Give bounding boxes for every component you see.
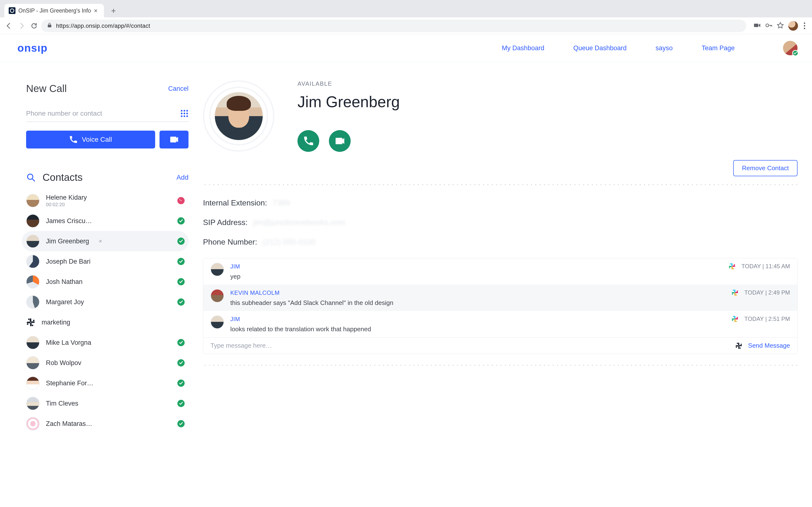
- contact-name: Jim Greenberg: [46, 237, 89, 245]
- message-sender: JIM: [230, 263, 722, 270]
- nav-team-page[interactable]: Team Page: [702, 44, 735, 52]
- message-time: TODAY | 2:49 PM: [744, 289, 790, 296]
- svg-point-26: [186, 115, 188, 117]
- presence-icon: [177, 197, 185, 204]
- contact-subtext: 00:02:20: [46, 202, 87, 207]
- message-row: JIM yep TODAY | 11:45 AM: [203, 258, 797, 285]
- remove-contact-button[interactable]: Remove Contact: [733, 160, 798, 176]
- svg-point-21: [181, 113, 183, 114]
- slack-icon: [731, 289, 739, 296]
- contact-avatar: [26, 234, 40, 248]
- profile-call-button[interactable]: [298, 130, 319, 152]
- contact-name: Joseph De Bari: [46, 258, 91, 265]
- new-tab-button[interactable]: +: [108, 5, 119, 16]
- contact-avatar: [26, 417, 40, 431]
- profile-avatar-ring: [203, 80, 274, 152]
- contact-avatar: [26, 275, 40, 288]
- video-icon: [335, 136, 345, 146]
- nav-sayso[interactable]: sayso: [656, 44, 673, 52]
- contact-row[interactable]: Mike La Vorgna: [26, 332, 189, 353]
- availability-label: AVAILABLE: [298, 80, 798, 87]
- contact-avatar: [26, 376, 40, 390]
- svg-point-27: [28, 174, 33, 179]
- new-call-title: New Call: [26, 83, 67, 95]
- contact-row[interactable]: Jim Greenberg ×: [22, 231, 189, 251]
- chrome-profile-avatar[interactable]: [788, 21, 798, 31]
- svg-point-24: [181, 115, 183, 117]
- browser-tab[interactable]: OnSIP - Jim Greenberg's Info ×: [4, 4, 104, 17]
- presence-badge: [792, 50, 799, 56]
- contact-name: Helene Kidary: [46, 194, 87, 201]
- message-avatar: [210, 289, 224, 302]
- contact-row[interactable]: Margaret Joy: [26, 292, 189, 312]
- browser-toolbar: https://app.onsip.com/app/#/contact: [0, 17, 812, 34]
- slack-icon: [728, 263, 735, 270]
- phone-icon: [69, 136, 77, 144]
- current-user-avatar[interactable]: [783, 41, 798, 55]
- presence-icon: [177, 278, 185, 285]
- contacts-title: Contacts: [43, 172, 83, 183]
- tab-favicon: [9, 7, 15, 14]
- presence-icon: [177, 380, 185, 387]
- voice-call-button[interactable]: Voice Call: [26, 131, 155, 149]
- message-text: yep: [230, 273, 722, 280]
- contact-row[interactable]: Zach Mataras…: [26, 413, 189, 434]
- contacts-search-icon[interactable]: [26, 173, 36, 182]
- svg-point-19: [184, 110, 185, 112]
- nav-back-button[interactable]: [3, 20, 14, 32]
- camera-icon[interactable]: [754, 22, 761, 30]
- voice-call-label: Voice Call: [82, 136, 112, 144]
- bookmark-star-icon[interactable]: [777, 22, 784, 30]
- video-call-button[interactable]: [159, 131, 189, 149]
- sip-address-row: SIP Address: jim@junctionnetworks.com: [203, 218, 798, 227]
- message-text: looks related to the translation work th…: [230, 326, 725, 333]
- presence-icon: [177, 217, 185, 225]
- send-message-button[interactable]: Send Message: [748, 342, 790, 349]
- nav-queue-dashboard[interactable]: Queue Dashboard: [573, 44, 627, 52]
- contact-name: Rob Wolpov: [46, 359, 82, 367]
- contact-avatar: [26, 255, 40, 268]
- phone-contact-input[interactable]: [26, 110, 156, 117]
- dialpad-icon[interactable]: [180, 109, 189, 118]
- close-icon[interactable]: ×: [99, 238, 102, 244]
- contact-row[interactable]: Tim Cleves: [26, 393, 189, 413]
- svg-point-18: [181, 110, 183, 112]
- contact-row[interactable]: marketing: [26, 312, 189, 332]
- message-time: TODAY | 11:45 AM: [742, 263, 790, 270]
- sip-address-value: jim@junctionnetworks.com: [253, 218, 345, 227]
- tab-close-icon[interactable]: ×: [94, 7, 98, 14]
- compose-input[interactable]: [210, 342, 729, 349]
- slack-icon: [26, 318, 35, 327]
- contact-avatar: [26, 295, 40, 309]
- slack-icon[interactable]: [735, 342, 743, 349]
- contact-list: Helene Kidary 00:02:20 James Criscu… Jim…: [26, 190, 189, 434]
- key-icon[interactable]: [765, 22, 772, 30]
- contact-row[interactable]: Stephanie For…: [26, 373, 189, 393]
- profile-video-button[interactable]: [329, 130, 351, 152]
- message-sender: KEVIN MALCOLM: [230, 289, 725, 296]
- message-avatar: [210, 263, 224, 276]
- profile-avatar: [215, 92, 263, 140]
- svg-point-20: [186, 110, 188, 112]
- brand-logo[interactable]: onsıp: [17, 42, 48, 54]
- nav-forward-button[interactable]: [16, 20, 27, 32]
- contact-avatar: [26, 214, 40, 228]
- contact-avatar: [26, 397, 40, 410]
- chrome-menu-icon[interactable]: [802, 21, 807, 31]
- svg-rect-16: [754, 24, 758, 27]
- contact-avatar: [26, 336, 40, 349]
- top-nav: My Dashboard Queue Dashboard sayso Team …: [502, 41, 798, 55]
- contact-row[interactable]: Joseph De Bari: [26, 251, 189, 272]
- contact-row[interactable]: Rob Wolpov: [26, 353, 189, 373]
- presence-icon: [177, 420, 185, 427]
- nav-my-dashboard[interactable]: My Dashboard: [502, 44, 545, 52]
- new-call-cancel[interactable]: Cancel: [168, 85, 189, 93]
- svg-point-22: [184, 113, 185, 114]
- address-bar[interactable]: https://app.onsip.com/app/#/contact: [41, 19, 746, 32]
- contact-row[interactable]: Helene Kidary 00:02:20: [26, 190, 189, 211]
- nav-reload-button[interactable]: [29, 20, 40, 32]
- contact-row[interactable]: James Criscu…: [26, 211, 189, 231]
- svg-point-25: [184, 115, 185, 117]
- contacts-add-button[interactable]: Add: [176, 174, 189, 181]
- contact-row[interactable]: Josh Nathan: [26, 272, 189, 292]
